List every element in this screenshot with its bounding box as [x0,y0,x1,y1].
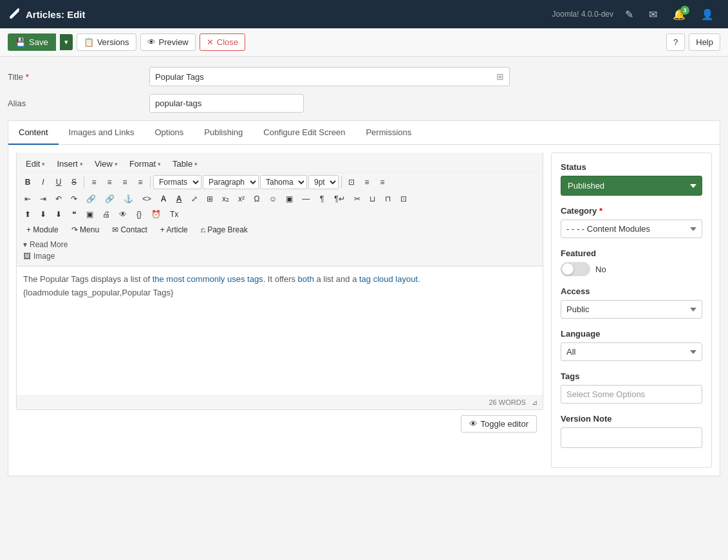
save-dropdown-button[interactable]: ▾ [60,34,73,50]
find-replace-button[interactable]: ⊡ [344,176,359,189]
paragraph-break-btn[interactable]: ¶↵ [330,192,348,205]
clear-formatting-btn[interactable]: Tx [166,208,182,221]
underline-button[interactable]: U [51,176,66,189]
title-input-wrapper[interactable]: ⊞ [149,67,510,86]
category-field: Category * - - - - Content Modules [561,206,702,238]
preview-button[interactable]: 👁 Preview [140,33,196,51]
tab-permissions[interactable]: Permissions [355,121,422,145]
unlink-btn[interactable]: 🔗 [101,192,118,205]
toolbar-right: ? Help [666,33,720,51]
versions-button[interactable]: 📋 Versions [77,33,136,51]
featured-toggle[interactable] [561,262,590,276]
special-char-btn[interactable]: Ω [250,192,264,205]
read-more-label: Read More [30,240,68,249]
date-btn[interactable]: ⏰ [147,208,165,221]
page-break-btn[interactable]: ⎌ Page Break [195,223,254,236]
indent-right-btn[interactable]: ⇥ [36,192,50,205]
superscript-btn[interactable]: x² [234,192,248,205]
featured-value: No [595,265,606,274]
tab-images-links[interactable]: Images and Links [59,121,145,145]
module-btn[interactable]: + Module [21,223,64,236]
editor-container: Content Images and Links Options Publish… [8,120,720,476]
tab-content[interactable]: Content [8,121,59,145]
font-color-btn[interactable]: A [156,192,171,205]
align-center-button[interactable]: ≡ [102,176,117,189]
paste-btn[interactable]: ⊓ [381,192,395,205]
status-select[interactable]: Published Unpublished Archived Trashed [561,176,702,196]
edit-nav-icon-btn[interactable]: ✎ [619,5,640,24]
align-justify-button[interactable]: ≡ [133,176,147,189]
download-btn[interactable]: ⬇ [51,208,66,221]
bold-button[interactable]: B [21,176,35,189]
anchor-btn[interactable]: ⚓ [120,192,137,205]
table-insert-btn[interactable]: ⊞ [203,192,217,205]
contact-btn[interactable]: ✉ Contact [106,223,153,236]
menu-btn[interactable]: ↷ Menu [66,223,105,236]
block-btn[interactable]: ▣ [82,208,97,221]
emoji-btn[interactable]: ☺ [265,192,281,205]
copy-btn[interactable]: ⊔ [366,192,380,205]
title-input[interactable] [155,72,496,82]
cut-btn[interactable]: ✂ [350,192,364,205]
user-nav-icon-btn[interactable]: 👤 [695,5,720,24]
language-select[interactable]: All [561,342,702,361]
source-btn[interactable]: {} [132,208,146,221]
tab-publishing[interactable]: Publishing [194,121,253,145]
menu-table[interactable]: Table ▾ [167,157,203,171]
tags-input[interactable]: Select Some Options [561,385,702,404]
menu-format[interactable]: Format ▾ [124,157,166,171]
list-ordered-button[interactable]: ≡ [375,176,389,189]
help-button[interactable]: Help [689,33,720,51]
toggle-editor-button[interactable]: 👁 Toggle editor [461,415,537,433]
size-select[interactable]: 9pt [308,175,339,189]
align-top-btn[interactable]: ⬆ [21,208,35,221]
menu-edit[interactable]: Edit ▾ [21,157,50,171]
tags-field: Tags Select Some Options [561,371,702,404]
align-bottom-btn[interactable]: ⬇ [36,208,50,221]
align-left-button[interactable]: ≡ [87,176,101,189]
tab-configure-edit-screen[interactable]: Configure Edit Screen [253,121,355,145]
version-note-input[interactable] [561,427,702,448]
quote-btn[interactable]: ❝ [67,208,81,221]
alias-input[interactable] [149,94,304,113]
code-btn[interactable]: <> [138,192,155,205]
align-right-button[interactable]: ≡ [118,176,132,189]
image-btn[interactable]: 🖼 Image [21,250,539,262]
paragraph-mark-btn[interactable]: ¶ [315,192,329,205]
list-unordered-button[interactable]: ≡ [360,176,374,189]
insert-menu-chevron: ▾ [80,161,83,167]
italic-button[interactable]: I [36,176,50,189]
highlight-color-btn[interactable]: A [172,192,186,205]
formats-select[interactable]: Formats [153,175,201,189]
media-btn[interactable]: ▣ [282,192,297,205]
tab-options[interactable]: Options [144,121,194,145]
paragraph-select[interactable]: Paragraph [203,175,259,189]
resize-handle[interactable]: ⊿ [532,398,537,406]
fullscreen-btn[interactable]: ⤢ [187,192,201,205]
mail-nav-icon-btn[interactable]: ✉ [642,5,664,24]
preview-btn[interactable]: 👁 [115,208,131,221]
close-button[interactable]: ✕ Close [200,33,245,51]
paste-special-btn[interactable]: ⊡ [397,192,411,205]
save-button[interactable]: 💾 Save [8,33,56,51]
font-select[interactable]: Tahoma [260,175,307,189]
help-question-icon-btn[interactable]: ? [666,33,685,51]
indent-left-btn[interactable]: ⇤ [21,192,35,205]
menu-view[interactable]: View ▾ [89,157,123,171]
editor-content-area[interactable]: The Popular Tags displays a list of the … [17,266,543,395]
title-input-icon[interactable]: ⊞ [496,71,504,82]
title-label: Title * [8,72,149,82]
undo-btn[interactable]: ↶ [51,192,66,205]
category-select[interactable]: - - - - Content Modules [561,219,702,238]
article-btn[interactable]: + Article [154,223,194,236]
access-select[interactable]: Public Registered Special [561,300,702,319]
redo-btn[interactable]: ↷ [67,192,81,205]
print-btn[interactable]: 🖨 [98,208,114,221]
hr-btn[interactable]: — [298,192,313,205]
subscript-btn[interactable]: x₂ [218,192,233,205]
read-more-btn[interactable]: ▾ Read More [21,239,539,250]
notifications-nav-icon-btn[interactable]: 🔔 3 [666,5,692,24]
link-btn[interactable]: 🔗 [82,192,100,205]
menu-insert[interactable]: Insert ▾ [51,157,88,171]
strikethrough-button[interactable]: S [67,176,81,189]
